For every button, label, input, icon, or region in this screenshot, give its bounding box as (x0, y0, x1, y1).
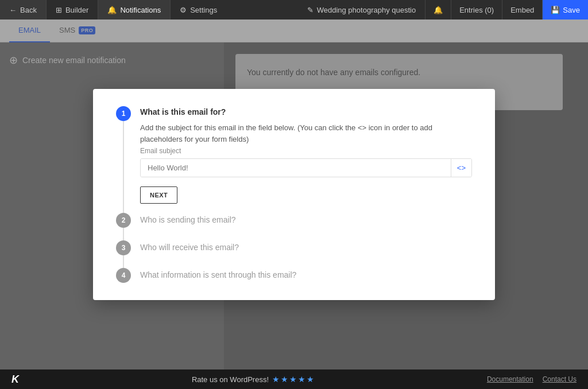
footer-logo: K (11, 374, 19, 386)
footer-stars: ★ ★ ★ ★ ★ (272, 375, 314, 384)
form-title-area: ✎ Wedding photography questio (298, 6, 425, 14)
step1-line (123, 121, 124, 213)
step2-line (123, 228, 124, 240)
star-4: ★ (298, 375, 305, 384)
step3-content: Who will receive this email? (140, 240, 472, 252)
step3-container: 3 Who will receive this email? (116, 240, 472, 268)
footer: K Rate us on WordPress! ★ ★ ★ ★ ★ Docume… (0, 369, 588, 389)
next-button[interactable]: NEXT (140, 186, 177, 204)
notifications-label: Notifications (120, 6, 161, 14)
step3-title: Who will receive this email? (140, 243, 472, 252)
notifications-tab[interactable]: 🔔 Notifications (98, 0, 170, 20)
save-label: Save (563, 6, 580, 14)
star-2: ★ (281, 375, 288, 384)
step2-connector: 2 (116, 213, 131, 240)
step1-title: What is this email for? (140, 107, 472, 116)
builder-icon: ⊞ (56, 6, 62, 14)
step4-circle: 4 (116, 268, 131, 283)
step3-connector: 3 (116, 240, 131, 268)
settings-label: Settings (190, 6, 217, 14)
settings-tab[interactable]: ⚙ Settings (171, 0, 226, 20)
step2-content: Who is sending this email? (140, 213, 472, 224)
step4-title: What information is sent through this em… (140, 270, 472, 279)
step2-circle: 2 (116, 213, 131, 228)
step4-connector: 4 (116, 268, 131, 283)
alert-bell-icon: 🔔 (434, 6, 443, 14)
star-1: ★ (272, 375, 280, 384)
embed-button[interactable]: Embed (502, 0, 542, 20)
documentation-link[interactable]: Documentation (487, 375, 533, 383)
step4-content: What information is sent through this em… (140, 268, 472, 279)
bell-icon: 🔔 (107, 6, 117, 14)
notifications-bell-button[interactable]: 🔔 (425, 0, 451, 20)
edit-icon: ✎ (307, 6, 314, 14)
email-subject-input[interactable] (141, 159, 451, 177)
email-setup-modal: 1 What is this email for? Add the subjec… (93, 89, 495, 300)
contact-link[interactable]: Contact Us (543, 375, 577, 383)
gear-icon: ⚙ (180, 6, 187, 14)
entries-label: Entries (0) (459, 6, 494, 14)
star-5: ★ (307, 375, 314, 384)
step1-circle: 1 (116, 106, 131, 121)
modal-overlay: 1 What is this email for? Add the subjec… (0, 20, 588, 369)
embed-label: Embed (510, 6, 534, 14)
email-subject-input-row: <> (140, 158, 472, 177)
step1-container: 1 What is this email for? Add the subjec… (116, 106, 472, 213)
back-icon: ← (9, 6, 17, 14)
back-button[interactable]: ← Back (0, 0, 46, 20)
step3-line (123, 255, 124, 268)
back-label: Back (20, 6, 37, 14)
save-icon: 💾 (551, 6, 560, 14)
save-button[interactable]: 💾 Save (542, 0, 588, 20)
step1-description: Add the subject for this email in the fi… (140, 122, 472, 145)
step1-content: What is this email for? Add the subject … (140, 106, 472, 204)
builder-tab[interactable]: ⊞ Builder (47, 0, 98, 20)
code-bracket-icon: <> (457, 164, 466, 172)
step2-container: 2 Who is sending this email? (116, 213, 472, 240)
entries-button[interactable]: Entries (0) (451, 0, 502, 20)
placeholder-icon-button[interactable]: <> (451, 159, 471, 177)
step4-container: 4 What information is sent through this … (116, 268, 472, 283)
footer-links: Documentation Contact Us (487, 375, 577, 383)
field-label: Email subject (140, 147, 472, 155)
rate-text: Rate us on WordPress! (192, 375, 269, 384)
step1-connector: 1 (116, 106, 131, 213)
builder-label: Builder (65, 6, 88, 14)
footer-center: Rate us on WordPress! ★ ★ ★ ★ ★ (192, 375, 314, 384)
top-navigation: ← Back ⊞ Builder 🔔 Notifications ⚙ Setti… (0, 0, 588, 20)
nav-right-actions: 🔔 Entries (0) Embed 💾 Save (425, 0, 588, 20)
star-3: ★ (289, 375, 297, 384)
form-title: Wedding photography questio (317, 6, 416, 14)
step3-circle: 3 (116, 240, 131, 255)
step2-title: Who is sending this email? (140, 215, 472, 224)
